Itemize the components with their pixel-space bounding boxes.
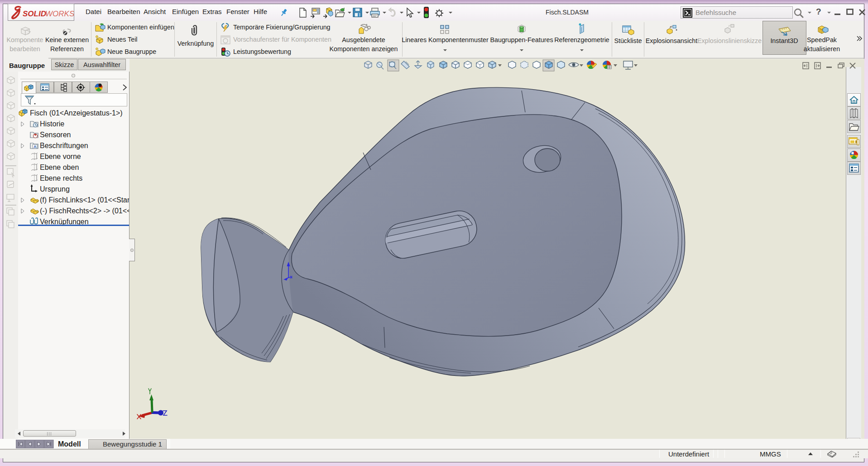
svg-text:WORKS: WORKS xyxy=(45,10,74,18)
svg-text:A: A xyxy=(34,144,37,149)
svg-text:SOLID: SOLID xyxy=(23,10,46,18)
